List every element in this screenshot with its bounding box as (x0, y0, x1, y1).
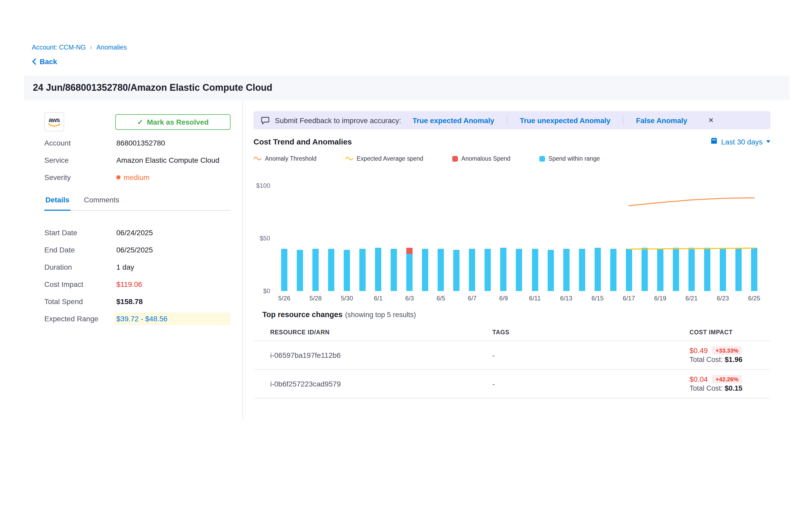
breadcrumb: Account: CCM-NG › Anomalies (32, 44, 790, 51)
service-label: Service (44, 156, 116, 164)
total-cost-value: $1.96 (725, 356, 742, 363)
resources-title-text: Top resource changes (262, 310, 342, 319)
content: aws ✓ Mark as Resolved Account 868001352… (24, 100, 798, 419)
spend-bar-segment (328, 249, 334, 291)
spend-bar-segment (438, 249, 444, 291)
table-row: i-06597ba197fe112b6 - $0.49 +33.33% Tota… (253, 341, 771, 369)
tab-comments[interactable]: Comments (83, 195, 120, 210)
total-cost-line: Total Cost: $1.96 (689, 356, 742, 363)
bar-column (339, 186, 355, 291)
bar-column (699, 186, 715, 291)
resource-tags: - (492, 351, 689, 359)
cyan-square-icon (539, 156, 545, 162)
x-tick (292, 295, 308, 302)
tab-details[interactable]: Details (44, 195, 71, 211)
x-tick: 6/5 (433, 295, 449, 302)
top-resource-changes: Top resource changes(showing top 5 resul… (253, 310, 771, 398)
resources-subtitle: (showing top 5 results) (345, 311, 416, 319)
x-tick: 5/30 (339, 295, 355, 302)
date-range-label: Last 30 days (721, 137, 762, 146)
bar-column (355, 186, 370, 291)
bar-column (402, 186, 418, 291)
close-icon[interactable]: ✕ (708, 117, 714, 124)
legend-spend-within-range: Spend within range (539, 155, 600, 162)
feedback-true-expected[interactable]: True expected Anomaly (413, 116, 494, 125)
logo-row: aws ✓ Mark as Resolved (44, 112, 230, 131)
divider (507, 116, 507, 125)
severity-dot-icon (116, 175, 120, 179)
spend-bar-segment (688, 248, 695, 291)
x-tick (480, 295, 496, 302)
chart-plot-column: 5/265/285/306/16/36/56/76/96/116/136/156… (277, 186, 762, 302)
anomalous-bar-segment (406, 248, 413, 254)
x-tick (543, 295, 558, 302)
resolve-button-label: Mark as Resolved (147, 118, 209, 126)
column-cost-impact: COST IMPACT (689, 329, 771, 335)
bar-column (370, 186, 386, 291)
bar-column (418, 186, 433, 291)
legend-label: Anomaly Threshold (265, 155, 317, 162)
resource-tags: - (492, 380, 689, 388)
total-spend-value: $158.78 (116, 297, 230, 306)
x-tick: 6/13 (558, 295, 574, 302)
spend-bar-segment (406, 254, 413, 291)
breadcrumb-account[interactable]: Account: CCM-NG (32, 44, 86, 51)
anomaly-summary-panel: aws ✓ Mark as Resolved Account 868001352… (24, 100, 243, 419)
spend-bar-segment (469, 249, 475, 291)
start-date-row: Start Date 06/24/2025 (44, 228, 230, 237)
breadcrumb-anomalies[interactable]: Anomalies (96, 44, 127, 51)
legend-anomalous-spend: Anomalous Spend (452, 155, 510, 162)
spend-bar-segment (547, 250, 554, 291)
bar-column (621, 186, 636, 291)
bar-column (433, 186, 449, 291)
severity-row: Severity medium (44, 173, 230, 182)
bar-column (605, 186, 621, 291)
legend-label: Anomalous Spend (461, 155, 510, 162)
spend-bar-segment (751, 248, 757, 291)
bar-column (496, 186, 511, 291)
feedback-true-unexpected[interactable]: True unexpected Anomaly (520, 116, 610, 125)
back-button[interactable]: Back (32, 57, 790, 66)
spend-bar-segment (391, 249, 397, 291)
feedback-false-anomaly[interactable]: False Anomaly (636, 116, 687, 125)
x-tick (668, 295, 684, 302)
spend-bar-segment (422, 249, 429, 291)
spend-bar-segment (485, 249, 491, 291)
total-cost-label: Total Cost: (689, 356, 723, 363)
cost-impact-label: Cost Impact (44, 280, 116, 288)
legend-expected-average: Expected Average spend (345, 155, 423, 162)
resource-cost-cell: $0.04 +42.26% Total Cost: $0.15 (689, 375, 771, 393)
expected-range-value: $39.72 - $48.56 (114, 312, 230, 325)
spend-bar-segment (610, 249, 616, 291)
severity-value: medium (116, 173, 230, 182)
resources-title: Top resource changes(showing top 5 resul… (262, 310, 771, 319)
x-tick (574, 295, 590, 302)
y-tick: $100 (256, 182, 270, 189)
spend-bar-segment (297, 250, 303, 291)
back-label: Back (40, 57, 57, 66)
date-range-picker[interactable]: Last 30 days (710, 137, 771, 146)
top-header: Account: CCM-NG › Anomalies Back (0, 0, 798, 66)
severity-text: medium (124, 173, 150, 182)
x-tick: 6/19 (652, 295, 668, 302)
spend-bar-segment (657, 249, 663, 291)
mark-as-resolved-button[interactable]: ✓ Mark as Resolved (115, 114, 230, 130)
total-spend-row: Total Spend $158.78 (44, 297, 230, 306)
spend-bar-segment (641, 248, 648, 291)
spend-bar-segment (516, 249, 522, 291)
chart-bars (277, 186, 762, 291)
spend-bar-segment (704, 248, 710, 291)
bar-column (715, 186, 731, 291)
squiggle-line-icon (253, 156, 261, 161)
check-icon: ✓ (137, 118, 143, 126)
total-spend-label: Total Spend (44, 297, 116, 306)
spend-bar-segment (281, 249, 287, 291)
resource-cost-cell: $0.49 +33.33% Total Cost: $1.96 (689, 346, 771, 364)
change-percent-badge: +42.26% (712, 375, 742, 383)
chart-plot (277, 186, 762, 291)
detail-tabs: Details Comments (44, 195, 230, 211)
account-row: Account 868001352780 (44, 139, 230, 147)
feedback-banner: Submit Feedback to improve accuracy: Tru… (253, 111, 771, 129)
x-tick (699, 295, 715, 302)
resource-id: i-06597ba197fe112b6 (270, 351, 492, 359)
